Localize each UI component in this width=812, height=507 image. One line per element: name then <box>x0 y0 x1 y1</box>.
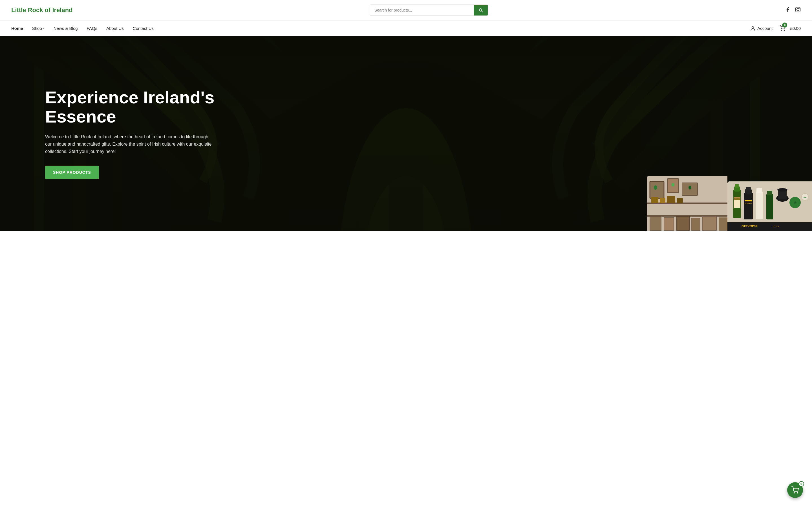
search-bar <box>370 4 488 16</box>
instagram-link[interactable] <box>795 7 801 14</box>
svg-text:1759: 1759 <box>772 225 780 228</box>
svg-rect-53 <box>756 191 763 219</box>
svg-rect-0 <box>796 7 801 12</box>
account-button[interactable]: Account <box>750 25 772 31</box>
thumbnail-shop-2: JAMESON GUINNESS <box>727 181 812 231</box>
hero-title: Experience Ireland's Essence <box>45 88 225 126</box>
instagram-icon <box>795 7 801 12</box>
nav-items: Home Shop ▾ News & Blog FAQs About Us Co… <box>11 21 750 36</box>
main-nav: Home Shop ▾ News & Blog FAQs About Us Co… <box>0 20 812 36</box>
svg-point-5 <box>784 30 785 31</box>
site-header: Little Rock of Ireland <box>0 0 812 20</box>
svg-rect-31 <box>664 217 674 231</box>
svg-rect-56 <box>767 191 772 195</box>
svg-point-36 <box>654 185 657 190</box>
hero-thumbnails: JAMESON GUINNESS <box>647 176 812 231</box>
svg-rect-54 <box>756 188 762 193</box>
nav-item-news-blog[interactable]: News & Blog <box>54 21 78 36</box>
svg-rect-20 <box>650 181 664 198</box>
shop-products-button[interactable]: SHOP PRODUCTS <box>45 166 99 179</box>
cart-button[interactable]: 0 £0.00 <box>779 25 801 32</box>
search-icon <box>478 8 483 13</box>
svg-text:GUINNESS: GUINNESS <box>745 203 752 204</box>
nav-item-faqs[interactable]: FAQs <box>87 21 98 36</box>
svg-point-59 <box>777 188 788 191</box>
svg-rect-49 <box>746 187 751 190</box>
svg-point-62 <box>802 193 808 200</box>
svg-point-1 <box>797 8 799 10</box>
nav-item-about-us[interactable]: About Us <box>106 21 124 36</box>
svg-rect-35 <box>719 217 727 231</box>
svg-point-4 <box>781 30 782 31</box>
svg-rect-63 <box>727 222 812 231</box>
svg-rect-43 <box>735 184 739 187</box>
svg-point-2 <box>799 8 800 9</box>
svg-rect-55 <box>766 194 773 219</box>
search-button[interactable] <box>474 5 488 15</box>
svg-rect-24 <box>647 203 727 204</box>
account-icon <box>750 25 756 31</box>
svg-rect-25 <box>651 197 658 203</box>
thumbnail-1-image <box>647 176 727 231</box>
nav-item-home[interactable]: Home <box>11 21 23 36</box>
hero-section: Experience Ireland's Essence Welcome to … <box>0 36 812 231</box>
svg-rect-27 <box>667 196 675 203</box>
svg-rect-50 <box>744 200 752 212</box>
thumbnail-2-image: JAMESON GUINNESS <box>727 181 812 231</box>
svg-rect-26 <box>660 198 665 203</box>
thumbnail-shop-1 <box>647 176 727 231</box>
site-logo[interactable]: Little Rock of Ireland <box>11 6 73 14</box>
svg-point-38 <box>689 186 691 189</box>
svg-text:GUINNESS: GUINNESS <box>742 224 757 228</box>
svg-rect-32 <box>677 217 689 231</box>
chevron-down-icon: ▾ <box>43 27 45 30</box>
nav-right: Account 0 £0.00 <box>750 25 801 32</box>
svg-text:JAMESON: JAMESON <box>733 198 740 200</box>
svg-rect-33 <box>692 218 700 231</box>
svg-rect-34 <box>702 217 716 231</box>
cart-icon-wrap: 0 <box>779 25 785 32</box>
svg-rect-51 <box>745 200 752 202</box>
svg-point-37 <box>672 183 674 186</box>
hero-description: Welcome to Little Rock of Ireland, where… <box>45 133 214 156</box>
svg-rect-28 <box>677 198 683 203</box>
nav-item-contact-us[interactable]: Contact Us <box>133 21 154 36</box>
svg-text:☘: ☘ <box>794 201 797 205</box>
facebook-icon <box>785 7 791 12</box>
svg-point-3 <box>752 26 754 29</box>
facebook-link[interactable] <box>785 7 791 14</box>
svg-rect-30 <box>650 217 661 231</box>
search-input[interactable] <box>370 5 474 15</box>
cart-badge: 0 <box>782 22 787 27</box>
nav-item-shop[interactable]: Shop ▾ <box>32 21 45 36</box>
social-links <box>785 7 801 14</box>
